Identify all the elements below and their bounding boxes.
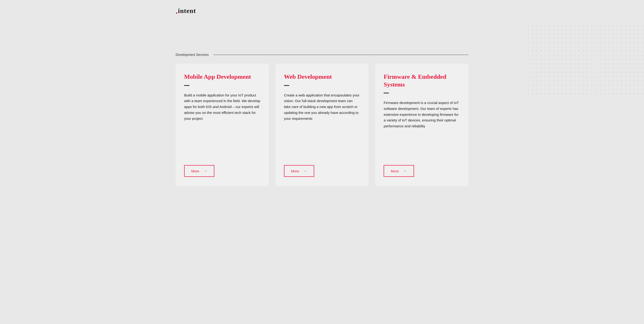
- card-web-dev-more-button[interactable]: More →: [284, 165, 314, 177]
- arrow-icon: →: [303, 169, 307, 173]
- card-web-dev-title: Web Development: [284, 73, 360, 81]
- logo-text: intent: [178, 7, 196, 15]
- card-mobile-app-dash: [184, 85, 189, 86]
- more-button-label: More: [191, 169, 199, 173]
- logo-dot: .: [176, 6, 178, 15]
- card-mobile-app-more-button[interactable]: More →: [184, 165, 214, 177]
- more-button-label: More: [391, 169, 399, 173]
- dot-pattern-decoration: [526, 23, 644, 94]
- card-firmware-title: Firmware & Embedded Systems: [384, 73, 460, 88]
- card-web-dev-dash: [284, 85, 289, 86]
- card-mobile-app-description: Build a mobile application for your IoT …: [184, 92, 260, 157]
- logo: . intent: [176, 6, 468, 15]
- more-button-label: More: [291, 169, 299, 173]
- section-title: Development Services: [176, 53, 209, 57]
- card-mobile-app: Mobile App Development Build a mobile ap…: [176, 64, 269, 186]
- arrow-icon: →: [403, 169, 407, 173]
- card-firmware-dash: [384, 93, 389, 93]
- card-web-dev: Web Development Create a web application…: [276, 64, 369, 186]
- arrow-icon: →: [204, 169, 207, 173]
- card-web-dev-description: Create a web application that encapsulat…: [284, 92, 360, 157]
- card-firmware: Firmware & Embedded Systems Firmware dev…: [375, 64, 468, 186]
- card-firmware-description: Firmware development is a crucial aspect…: [384, 100, 460, 157]
- cards-container: Mobile App Development Build a mobile ap…: [176, 64, 468, 200]
- card-mobile-app-title: Mobile App Development: [184, 73, 260, 81]
- hero-space: [176, 15, 468, 53]
- section-divider: [214, 55, 468, 55]
- card-firmware-more-button[interactable]: More →: [384, 165, 414, 177]
- section-header: Development Services: [176, 53, 468, 57]
- header: . intent: [176, 0, 468, 15]
